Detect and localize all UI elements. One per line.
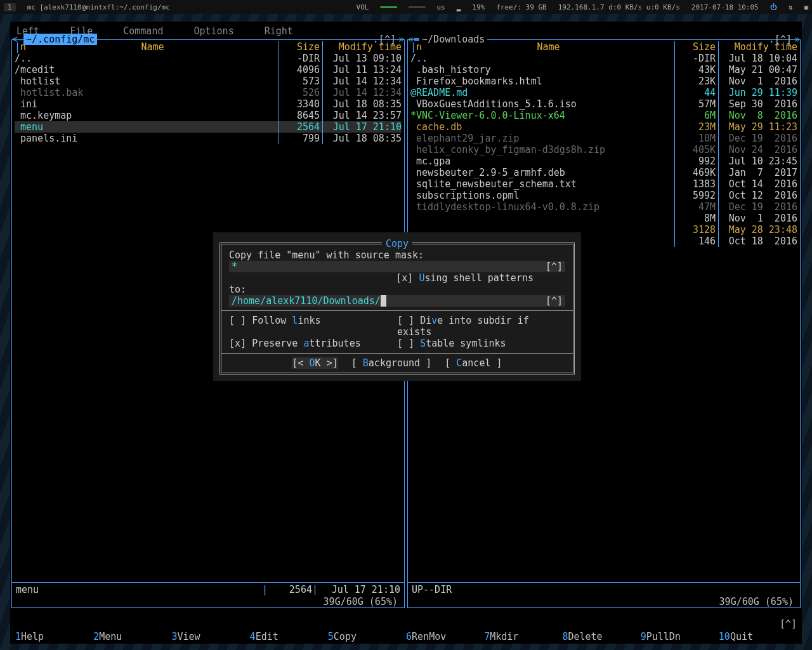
fn-quit[interactable]: 10Quit bbox=[719, 631, 797, 642]
window-title: mc [alexk7110@mintxfl:~/.config/mc bbox=[27, 3, 170, 11]
footer-size: 2564 bbox=[268, 584, 312, 595]
panel-border-decor: <- bbox=[12, 34, 23, 45]
fn-mkdir[interactable]: 7Mkdir bbox=[484, 631, 562, 642]
right-panel-footer: UP--DIR bbox=[408, 582, 800, 597]
file-row[interactable]: elephant29_jar.zip10MDec 19 2016 bbox=[410, 133, 797, 144]
fn-view[interactable]: 3View bbox=[171, 631, 249, 642]
file-row[interactable]: mc.gpa992Jul 10 23:45 bbox=[410, 156, 797, 167]
file-row[interactable]: /..-DIRJul 18 10:04 bbox=[410, 53, 797, 64]
tray-icon[interactable]: ▣ bbox=[804, 3, 808, 11]
left-panel-diskusage: 39G/60G (65%) bbox=[12, 596, 404, 607]
dialog-title: Copy bbox=[382, 238, 412, 249]
footer-mtime: Jul 17 21:10 bbox=[318, 584, 400, 595]
volume-label: VOL bbox=[357, 3, 369, 11]
system-status-bar: 1 mc [alexk7110@mintxfl:~/.config/mc VOL… bbox=[0, 0, 812, 14]
cancel-button[interactable]: [ Cancel ] bbox=[445, 357, 502, 369]
file-row[interactable]: newsbeuter_2.9-5_armhf.deb469KJan 7 2017 bbox=[410, 167, 797, 178]
clock: 2017-07-18 10:05 bbox=[691, 3, 759, 11]
copy-dialog[interactable]: Copy Copy file "menu" with source mask: … bbox=[213, 232, 581, 381]
shell-patterns-checkbox[interactable]: [x] bbox=[396, 272, 413, 284]
fn-help[interactable]: 1Help bbox=[15, 631, 93, 642]
terminal-window: Left File Command Options Right <- ~/.co… bbox=[10, 22, 802, 644]
file-row[interactable]: @README.md44Jun 29 11:39 bbox=[410, 87, 797, 98]
file-row[interactable]: helix_conky_by_figman-d3dgs8h.zip405KNov… bbox=[410, 144, 797, 156]
file-row[interactable]: hotlist.bak526Jul 14 12:34 bbox=[15, 87, 402, 98]
ok-button[interactable]: [< OK >] bbox=[292, 357, 337, 369]
fn-delete[interactable]: 8Delete bbox=[562, 631, 640, 642]
dialog-prompt: Copy file "menu" with source mask: bbox=[229, 249, 565, 261]
file-row[interactable]: menu2564Jul 17 21:10 bbox=[15, 121, 402, 133]
panel-border-decor: » bbox=[794, 34, 800, 45]
fn-pulldn[interactable]: 9PullDn bbox=[641, 631, 719, 642]
battery-icon: ▂ bbox=[457, 3, 461, 11]
panel-border-decor: «= bbox=[408, 34, 419, 45]
file-row[interactable]: VBoxGuestAdditions_5.1.6.iso57MSep 30 20… bbox=[410, 98, 797, 110]
file-row[interactable]: /..-DIRJul 13 09:10 bbox=[15, 53, 402, 64]
stable-symlinks-checkbox[interactable]: [ ] bbox=[397, 338, 414, 349]
right-panel-path[interactable]: ~/Downloads bbox=[419, 34, 487, 45]
footer-filename: UP--DIR bbox=[412, 584, 796, 595]
fn-copy[interactable]: 5Copy bbox=[328, 631, 406, 642]
background-button[interactable]: [ Background ] bbox=[351, 357, 431, 369]
disk-free: free/: 39 GB bbox=[496, 3, 546, 11]
follow-links-checkbox[interactable]: [ ] bbox=[229, 315, 246, 326]
file-row[interactable]: 8MNov 1 2016 bbox=[410, 213, 797, 224]
source-mask-input[interactable]: *[^] bbox=[229, 261, 565, 272]
file-row[interactable]: hotlist573Jul 14 12:34 bbox=[15, 76, 402, 87]
destination-input[interactable]: /home/alexk7110/Downloads/ [^] bbox=[229, 295, 565, 307]
power-icon[interactable]: ⏻ bbox=[770, 3, 777, 11]
file-row[interactable]: *VNC-Viewer-6.0.0-Linux-x646MNov 8 2016 bbox=[410, 110, 797, 121]
file-row[interactable]: sqlite_newsbeuter_schema.txt1383Oct 14 2… bbox=[410, 178, 797, 190]
history-icon[interactable]: [^] bbox=[546, 295, 563, 307]
keyboard-layout[interactable]: us bbox=[436, 3, 445, 11]
preserve-attrs-checkbox[interactable]: [x] bbox=[229, 338, 246, 349]
fn-menu[interactable]: 2Menu bbox=[93, 631, 171, 642]
battery-percent: 19% bbox=[472, 3, 485, 11]
file-row[interactable]: mc.keymap8645Jul 14 23:57 bbox=[15, 110, 402, 121]
file-row[interactable]: tiddlydesktop-linux64-v0.0.8.zip47MDec 1… bbox=[410, 201, 797, 213]
history-icon[interactable]: [^] bbox=[546, 261, 563, 272]
panel-border-decor: » bbox=[398, 34, 404, 45]
file-row[interactable]: cache.db23MMay 29 11:23 bbox=[410, 121, 797, 133]
network-status: 192.168.1.7 d:0 KB/s u:0 KB/s bbox=[558, 3, 680, 11]
file-row[interactable]: Firefox_bookmarks.html23KNov 1 2016 bbox=[410, 76, 797, 87]
left-panel-footer: menu | 2564 | Jul 17 21:10 bbox=[12, 582, 404, 597]
workspace-indicator[interactable]: 1 bbox=[4, 3, 16, 11]
to-label: to: bbox=[229, 284, 565, 295]
fn-renmov[interactable]: 6RenMov bbox=[406, 631, 484, 642]
file-row[interactable]: subscriptions.opml5992Oct 12 2016 bbox=[410, 190, 797, 201]
file-row[interactable]: panels.ini799Jul 18 08:35 bbox=[15, 133, 402, 144]
left-panel-path[interactable]: ~/.config/mc bbox=[23, 34, 97, 45]
tray-icon[interactable]: ⇅ bbox=[789, 3, 793, 11]
function-key-bar[interactable]: 1Help2Menu3View4Edit5Copy6RenMov7Mkdir8D… bbox=[10, 630, 802, 644]
panel-sort-hint[interactable]: .[^] bbox=[769, 34, 792, 45]
right-panel-diskusage: 39G/60G (65%) bbox=[408, 596, 800, 607]
panel-sort-hint[interactable]: .[^] bbox=[373, 34, 396, 45]
command-history-icon[interactable]: [^] bbox=[780, 618, 797, 630]
file-row[interactable]: /mcedit4096Jul 11 13:24 bbox=[15, 64, 402, 76]
file-row[interactable]: .bash_history43KMay 21 00:47 bbox=[410, 64, 797, 76]
dive-subdir-checkbox[interactable]: [ ] bbox=[397, 315, 414, 326]
footer-filename: menu bbox=[16, 584, 262, 595]
volume-bar[interactable]: ━━━━ bbox=[380, 3, 397, 11]
fn-edit[interactable]: 4Edit bbox=[250, 631, 328, 642]
file-row[interactable]: ini3340Jul 18 08:35 bbox=[15, 98, 402, 110]
